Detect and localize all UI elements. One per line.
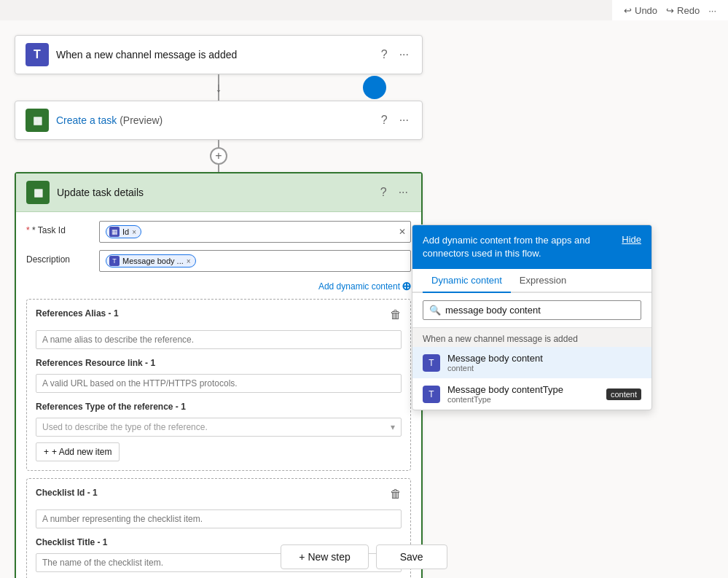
tab-dynamic-content[interactable]: Dynamic content [423, 269, 511, 293]
redo-icon: ↪ [666, 5, 674, 16]
update-planner-logo: ▦ [34, 187, 43, 198]
checklist-id-input[interactable] [36, 509, 402, 528]
task-id-clear-button[interactable]: ✕ [399, 227, 406, 237]
panel-item-icon-2: T [423, 386, 440, 403]
create-task-card: ▦ Create a task (Preview) ? ··· [15, 101, 423, 140]
redo-label: Redo [677, 5, 700, 16]
checklist-delete-button[interactable]: 🗑 [390, 488, 402, 501]
trigger-step-card: T When a new channel message is added ? … [15, 35, 423, 74]
task-id-token-label: Id [122, 227, 129, 236]
trigger-help-button[interactable]: ? [378, 47, 391, 63]
references-section: References Alias - 1 🗑 References Resour… [26, 299, 411, 471]
more-options-button[interactable]: ··· [708, 5, 716, 16]
references-type-placeholder: Used to describe the type of the referen… [42, 422, 208, 432]
task-id-row: * Task Id ▦ Id × ✕ [26, 221, 411, 243]
trigger-step-header: T When a new channel message is added ? … [15, 36, 422, 74]
create-task-title-prefix: Create a task [56, 114, 117, 126]
trigger-step-actions: ? ··· [378, 47, 412, 63]
drop-indicator [363, 76, 386, 99]
task-id-token-close[interactable]: × [132, 228, 136, 236]
description-input-wrap: T Message body ... × [99, 250, 411, 272]
planner-step-icon: ▦ [26, 109, 49, 132]
teams-step-icon: T [26, 43, 49, 66]
panel-item-sub-1: content [447, 364, 641, 372]
connector-1: ↓ [15, 74, 423, 101]
save-button[interactable]: Save [376, 544, 447, 569]
update-task-body: * Task Id ▦ Id × ✕ [16, 212, 421, 578]
desc-token-icon: T [112, 257, 117, 265]
bottom-bar: + New step Save [0, 536, 728, 578]
create-task-actions: ? ··· [378, 112, 412, 128]
redo-button[interactable]: ↪ Redo [666, 5, 700, 16]
panel-tabs: Dynamic content Expression [412, 269, 651, 293]
task-id-token-icon: ▦ [109, 227, 120, 237]
panel-item-info-1: Message body content content [447, 353, 641, 372]
references-delete-button[interactable]: 🗑 [390, 308, 402, 321]
tab-expression[interactable]: Expression [511, 269, 575, 293]
undo-button[interactable]: ↩ Undo [624, 5, 657, 16]
add-dynamic-icon: ⊕ [402, 279, 411, 293]
references-resource-input[interactable] [36, 374, 402, 393]
flow-area: T When a new channel message is added ? … [15, 35, 423, 578]
panel-section-label: When a new channel message is added [412, 328, 651, 347]
task-id-input-wrap: ▦ Id × ✕ [99, 221, 411, 243]
description-token-input[interactable]: T Message body ... × [99, 250, 411, 272]
dynamic-content-panel: Add dynamic content from the apps and co… [412, 224, 652, 410]
panel-header: Add dynamic content from the apps and co… [412, 225, 651, 269]
update-task-help-button[interactable]: ? [377, 184, 390, 200]
references-type-dropdown[interactable]: Used to describe the type of the referen… [36, 418, 402, 437]
update-task-actions: ? ··· [377, 184, 411, 200]
connector-2: + [15, 140, 423, 172]
add-step-button[interactable]: + [210, 147, 227, 165]
checklist-id-label: Checklist Id - 1 [36, 488, 98, 498]
add-references-plus: + [44, 447, 49, 457]
panel-item-name-1: Message body content [447, 353, 641, 364]
description-token: T Message body ... × [106, 254, 196, 267]
references-resource-label: References Resource link - 1 [36, 358, 402, 368]
undo-icon: ↩ [624, 5, 632, 16]
panel-header-text: Add dynamic content from the apps and co… [423, 234, 622, 260]
update-task-card: ▦ Update task details ? ··· * Task Id [15, 172, 423, 578]
create-task-help-button[interactable]: ? [378, 112, 391, 128]
task-id-token: ▦ Id × [106, 225, 141, 238]
panel-icon-teams-1: T [428, 358, 434, 368]
search-input[interactable] [445, 305, 635, 316]
panel-item-message-body-content[interactable]: T Message body content content [412, 347, 651, 378]
create-task-title: Create a task (Preview) [56, 114, 371, 126]
add-dynamic-content-link[interactable]: Add dynamic content ⊕ [26, 279, 411, 293]
references-alias-label: References Alias - 1 [36, 308, 119, 319]
trigger-step-title: When a new channel message is added [56, 49, 371, 60]
references-type-label: References Type of the reference - 1 [36, 402, 402, 412]
update-task-more-button[interactable]: ··· [396, 184, 411, 200]
update-task-title: Update task details [57, 187, 370, 198]
description-label: Description [26, 250, 92, 265]
toolbar: ↩ Undo ↪ Redo ··· [612, 0, 728, 20]
create-task-more-button[interactable]: ··· [396, 112, 412, 128]
trigger-more-button[interactable]: ··· [396, 47, 412, 63]
panel-icon-teams-2: T [428, 389, 434, 399]
panel-item-icon-1: T [423, 354, 440, 372]
connector-arrow-1: ↓ [216, 81, 222, 94]
panel-hide-button[interactable]: Hide [622, 234, 641, 245]
token-teams-icon: ▦ [111, 228, 118, 235]
new-step-button[interactable]: + New step [281, 544, 368, 569]
description-token-close[interactable]: × [187, 257, 191, 265]
search-box: 🔍 [423, 300, 641, 320]
update-planner-icon: ▦ [26, 181, 50, 204]
create-task-title-suffix: (Preview) [117, 114, 163, 126]
more-icon: ··· [708, 5, 716, 16]
create-task-header: ▦ Create a task (Preview) ? ··· [15, 101, 422, 139]
description-row: Description T Message body ... × [26, 250, 411, 272]
search-icon: 🔍 [429, 305, 441, 316]
task-id-token-input[interactable]: ▦ Id × ✕ [99, 221, 411, 243]
add-dynamic-label: Add dynamic content [318, 281, 400, 292]
planner-logo: ▦ [33, 114, 42, 126]
description-token-icon: T [109, 256, 120, 266]
panel-search-area: 🔍 [412, 293, 651, 328]
panel-item-message-body-contenttype[interactable]: T Message body contentType contentType c… [412, 378, 651, 410]
references-alias-input[interactable] [36, 330, 402, 349]
references-type-chevron: ▾ [391, 422, 395, 432]
flow-canvas: T When a new channel message is added ? … [0, 20, 728, 578]
undo-label: Undo [635, 5, 657, 16]
add-references-button[interactable]: + + Add new item [36, 442, 120, 461]
